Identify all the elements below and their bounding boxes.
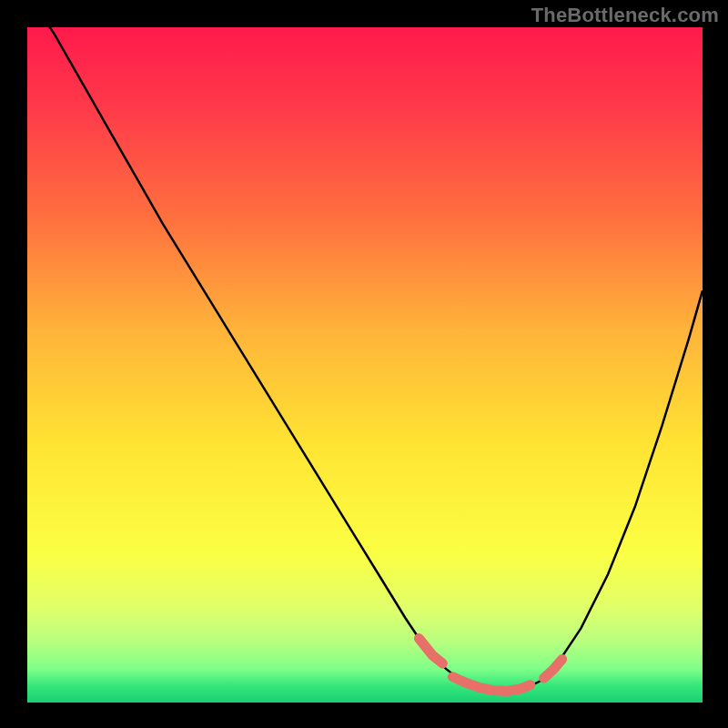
- bottleneck-chart: [0, 0, 728, 728]
- chart-container: TheBottleneck.com: [0, 0, 728, 728]
- plot-area: [27, 27, 703, 703]
- watermark-text: TheBottleneck.com: [531, 4, 719, 27]
